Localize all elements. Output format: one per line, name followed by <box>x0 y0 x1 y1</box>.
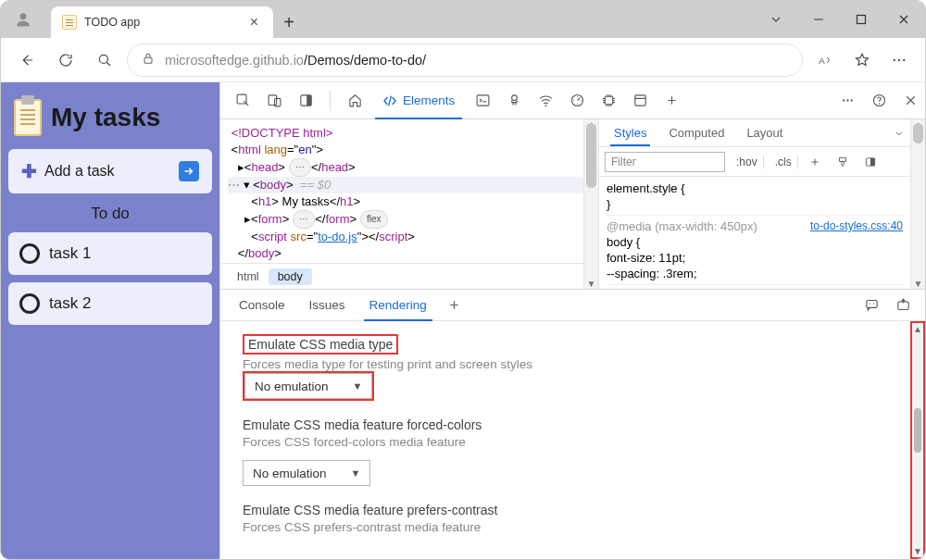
layout-tab[interactable]: Layout <box>737 120 792 145</box>
dock-icon[interactable] <box>291 86 320 116</box>
application-icon[interactable] <box>625 86 655 116</box>
devtools-toolbar: Elements <box>220 82 925 119</box>
emulate-forced-colors-select[interactable]: No emulation▼ <box>243 460 370 486</box>
devtools-drawer: Console Issues Rendering Emulate CSS med… <box>220 290 925 559</box>
elements-tab[interactable]: Elements <box>371 82 466 119</box>
close-button[interactable] <box>882 1 925 38</box>
breadcrumb[interactable]: html body <box>220 263 583 289</box>
svg-point-6 <box>894 58 895 60</box>
lock-icon <box>141 51 156 69</box>
feedback-icon[interactable] <box>857 291 886 320</box>
profile-icon[interactable] <box>1 1 45 38</box>
checkbox-icon[interactable] <box>19 243 40 264</box>
dom-panel: <!DOCTYPE html> <html lang="en"> ▸<head>… <box>220 119 583 289</box>
svg-point-8 <box>903 58 905 60</box>
task-label: task 1 <box>49 244 91 263</box>
emulate-forced-colors-title: Emulate CSS media feature forced-colors <box>243 417 888 432</box>
chevron-down-icon[interactable] <box>888 127 910 140</box>
svg-point-21 <box>846 99 848 101</box>
svg-point-0 <box>20 13 27 19</box>
address-bar[interactable]: microsoftedge.github.io/Demos/demo-to-do… <box>127 44 803 77</box>
submit-icon[interactable] <box>179 161 199 181</box>
refresh-button[interactable] <box>49 44 82 77</box>
svg-rect-13 <box>307 95 311 106</box>
minimize-button[interactable] <box>797 1 840 38</box>
svg-rect-14 <box>477 95 489 106</box>
svg-rect-2 <box>857 16 866 24</box>
help-icon[interactable] <box>864 86 894 116</box>
svg-point-7 <box>898 58 900 60</box>
new-style-icon[interactable] <box>804 156 826 168</box>
svg-text:A: A <box>819 55 825 65</box>
brush-icon[interactable] <box>832 156 854 168</box>
rendering-pane: Emulate CSS media type Forces media type… <box>220 321 910 559</box>
add-task-label: Add a task <box>44 163 171 180</box>
cls-toggle[interactable]: .cls <box>770 156 798 168</box>
caret-down-icon[interactable] <box>755 1 797 38</box>
task-item[interactable]: task 2 <box>8 282 212 325</box>
menu-icon[interactable] <box>882 44 916 77</box>
maximize-button[interactable] <box>840 1 882 38</box>
network-icon[interactable] <box>531 86 560 116</box>
browser-tab[interactable]: TODO app × <box>51 6 273 38</box>
checkbox-icon[interactable] <box>19 293 40 314</box>
toggle-layout-icon[interactable] <box>859 156 882 168</box>
task-item[interactable]: task 1 <box>8 232 212 275</box>
computed-tab[interactable]: Computed <box>659 120 733 145</box>
svg-rect-26 <box>870 157 875 165</box>
styles-tab[interactable]: Styles <box>605 120 656 145</box>
memory-icon[interactable] <box>594 86 623 116</box>
styles-filter-input[interactable]: Filter <box>605 152 725 172</box>
hov-toggle[interactable]: :hov <box>731 156 764 168</box>
crumb-html[interactable]: html <box>228 268 269 285</box>
svg-point-15 <box>511 95 517 101</box>
welcome-icon[interactable] <box>340 86 369 116</box>
plus-icon: ✚ <box>21 160 37 182</box>
styles-scrollbar[interactable]: ▲▼ <box>910 119 925 289</box>
svg-point-28 <box>869 303 870 304</box>
expand-drawer-icon[interactable] <box>888 291 918 320</box>
dom-scrollbar[interactable]: ▲▼ <box>583 119 598 289</box>
console-icon[interactable] <box>468 86 497 116</box>
rendering-tab[interactable]: Rendering <box>358 290 438 321</box>
more-drawer-tabs-icon[interactable] <box>440 291 469 320</box>
emulate-prefers-contrast-title: Emulate CSS media feature prefers-contra… <box>243 503 888 517</box>
todo-app: My tasks ✚ Add a task To do task 1 task … <box>1 82 219 559</box>
drawer-scrollbar[interactable]: ▲▼ <box>910 321 925 559</box>
window-controls <box>755 1 925 38</box>
emulate-media-type-desc: Forces media type for testing print and … <box>243 357 888 371</box>
content-area: My tasks ✚ Add a task To do task 1 task … <box>1 82 925 559</box>
tab-close-icon[interactable]: × <box>246 14 262 31</box>
performance-icon[interactable] <box>562 86 592 116</box>
devtools: Elements <!DOCTYPE html> <html lang="en"… <box>219 82 925 559</box>
devtools-close-icon[interactable] <box>895 86 925 116</box>
clipboard-icon <box>14 99 42 136</box>
sources-icon[interactable] <box>499 86 529 116</box>
svg-point-22 <box>850 99 852 101</box>
devtools-menu-icon[interactable] <box>832 86 862 116</box>
favorites-icon[interactable] <box>845 44 879 77</box>
new-tab-button[interactable]: + <box>273 6 305 38</box>
inspect-icon[interactable] <box>228 86 257 116</box>
tab-title: TODO app <box>84 16 239 29</box>
section-heading: To do <box>8 201 212 225</box>
url-text: microsoftedge.github.io/Demos/demo-to-do… <box>165 53 426 68</box>
emulate-media-type-select[interactable]: No emulation▼ <box>244 373 372 399</box>
more-tabs-icon[interactable] <box>657 86 686 116</box>
device-toggle-icon[interactable] <box>259 86 289 116</box>
search-button[interactable] <box>88 44 121 77</box>
svg-point-3 <box>99 55 107 63</box>
crumb-body[interactable]: body <box>269 268 312 285</box>
styles-panel: Styles Computed Layout Filter :hov .cls <box>598 119 925 289</box>
dom-tree[interactable]: <!DOCTYPE html> <html lang="en"> ▸<head>… <box>220 119 583 263</box>
add-task-box[interactable]: ✚ Add a task <box>8 149 212 193</box>
back-button[interactable] <box>10 44 44 77</box>
svg-rect-10 <box>269 95 277 106</box>
issues-tab[interactable]: Issues <box>298 290 357 321</box>
stylesheet-link[interactable]: to-do-styles.css:40 <box>810 218 903 234</box>
task-label: task 2 <box>49 294 91 313</box>
emulate-forced-colors-desc: Forces CSS forced-colors media feature <box>243 435 888 449</box>
read-aloud-icon[interactable]: A <box>808 44 842 77</box>
console-tab[interactable]: Console <box>228 290 296 321</box>
css-rules[interactable]: element.style { } to-do-styles.css:40 @m… <box>599 177 910 289</box>
